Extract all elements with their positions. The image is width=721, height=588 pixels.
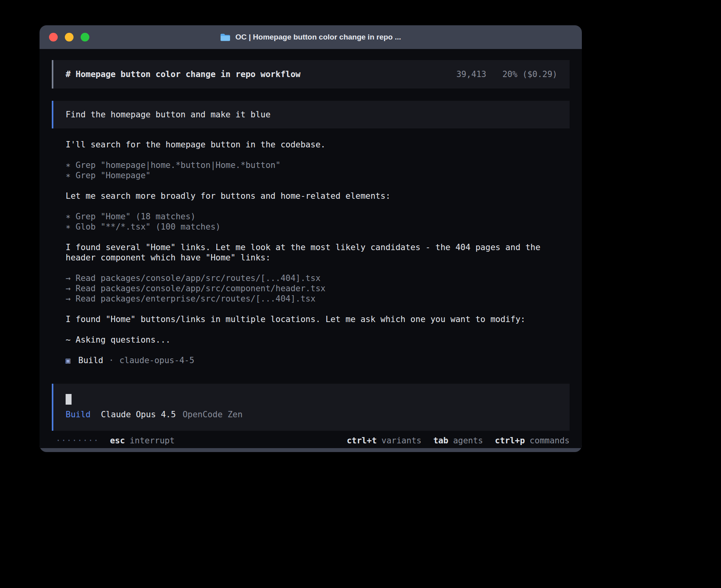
tool-call-read: → Read packages/enterprise/src/routes/[.… <box>66 294 570 304</box>
provider-label: OpenCode Zen <box>183 409 243 420</box>
context-percent-cost: 20% ($0.29) <box>502 70 557 79</box>
user-message: Find the homepage button and make it blu… <box>52 101 570 128</box>
shortcut-key: esc <box>110 435 125 446</box>
shortcut-interrupt[interactable]: esc interrupt <box>110 435 175 446</box>
right-shortcuts: ctrl+t variants tab agents ctrl+p comman… <box>347 435 570 446</box>
terminal-content: # Homepage button color change in repo w… <box>40 49 582 448</box>
assistant-text: I'll search for the homepage button in t… <box>66 139 570 150</box>
assistant-paragraph: I'll search for the homepage button in t… <box>66 139 570 150</box>
shortcut-label: agents <box>453 435 483 446</box>
prompt-input[interactable]: Build Claude Opus 4.5 OpenCode Zen <box>52 384 570 431</box>
assistant-paragraph: I found several "Home" links. Let me loo… <box>66 242 570 263</box>
tool-call-group: ∗ Grep "Home" (18 matches) ∗ Glob "**/*.… <box>66 211 570 232</box>
assistant-text: I found "Home" buttons/links in multiple… <box>66 314 570 324</box>
tool-call-read: → Read packages/console/app/src/componen… <box>66 283 570 294</box>
assistant-text: Let me search more broadly for buttons a… <box>66 191 570 201</box>
zoom-button[interactable] <box>81 33 89 41</box>
tool-call-read: → Read packages/console/app/src/routes/[… <box>66 273 570 283</box>
assistant-text: I found several "Home" links. Let me loo… <box>66 242 570 263</box>
titlebar[interactable]: OC | Homepage button color change in rep… <box>40 25 582 49</box>
asking-questions-status: ~ Asking questions... <box>66 335 570 345</box>
agent-name: Build <box>78 355 103 366</box>
text-cursor <box>66 394 72 405</box>
agent-model: claude-opus-4-5 <box>119 355 194 366</box>
assistant-transcript: I'll search for the homepage button in t… <box>52 139 570 376</box>
input-meta: Build Claude Opus 4.5 OpenCode Zen <box>66 409 557 420</box>
assistant-status: ~ Asking questions... <box>66 335 570 345</box>
assistant-paragraph: I found "Home" buttons/links in multiple… <box>66 314 570 324</box>
session-title: # Homepage button color change in repo w… <box>66 69 300 79</box>
shortcut-key: tab <box>433 435 448 446</box>
shortcut-variants[interactable]: ctrl+t variants <box>347 435 421 446</box>
user-message-text: Find the homepage button and make it blu… <box>66 110 270 119</box>
shortcut-key: ctrl+p <box>495 435 525 446</box>
minimize-button[interactable] <box>65 33 74 41</box>
tool-call-glob: ∗ Glob "**/*.tsx" (100 matches) <box>66 222 570 232</box>
tool-call-grep: ∗ Grep "Home" (18 matches) <box>66 211 570 222</box>
session-stats: 39,413 20% ($0.29) <box>456 69 557 79</box>
shortcut-commands[interactable]: ctrl+p commands <box>495 435 570 446</box>
window-title: OC | Homepage button color change in rep… <box>235 33 401 41</box>
shortcut-key: ctrl+t <box>347 435 377 446</box>
separator-dot: · <box>109 355 114 366</box>
tool-call-grep: ∗ Grep "Homepage" <box>66 170 570 181</box>
title-group: OC | Homepage button color change in rep… <box>220 33 401 41</box>
tool-call-group: ∗ Grep "homepage|home.*button|Home.*butt… <box>66 160 570 181</box>
agent-info-line: ▣ Build · claude-opus-4-5 <box>66 355 570 366</box>
assistant-paragraph: Let me search more broadly for buttons a… <box>66 191 570 201</box>
shortcut-label: commands <box>530 435 570 446</box>
agent-mode-label[interactable]: Build <box>66 409 91 420</box>
tool-call-group: → Read packages/console/app/src/routes/[… <box>66 273 570 304</box>
token-count: 39,413 <box>456 70 486 79</box>
agent-icon: ▣ <box>66 355 70 366</box>
shortcut-agents[interactable]: tab agents <box>433 435 483 446</box>
status-bar: ········ esc interrupt ctrl+t variants t… <box>52 435 570 446</box>
shortcut-label: interrupt <box>130 435 175 446</box>
progress-dots: ········ <box>56 435 99 446</box>
folder-icon <box>220 33 230 41</box>
traffic-lights <box>49 25 89 49</box>
session-header: # Homepage button color change in repo w… <box>52 60 570 89</box>
close-button[interactable] <box>49 33 58 41</box>
tool-call-grep: ∗ Grep "homepage|home.*button|Home.*butt… <box>66 160 570 170</box>
terminal-window: OC | Homepage button color change in rep… <box>40 25 582 452</box>
model-label[interactable]: Claude Opus 4.5 <box>101 409 176 420</box>
shortcut-label: variants <box>381 435 421 446</box>
